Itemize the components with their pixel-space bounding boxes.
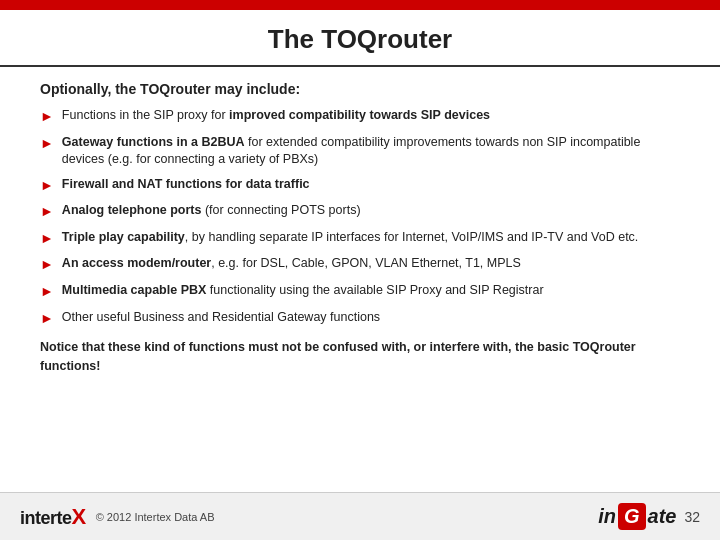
bullet-arrow: ►: [40, 255, 54, 275]
list-item: ► Other useful Business and Residential …: [40, 309, 680, 329]
top-red-bar: [0, 0, 720, 10]
main-content: Optionally, the TOQrouter may include: ►…: [0, 67, 720, 386]
bullet-arrow: ►: [40, 176, 54, 196]
bullet-text: Multimedia capable PBX functionality usi…: [62, 282, 680, 300]
list-item: ► Firewall and NAT functions for data tr…: [40, 176, 680, 196]
ingate-ate: ate: [648, 505, 677, 528]
intertex-text: interte: [20, 508, 72, 528]
bullet-text: Other useful Business and Residential Ga…: [62, 309, 680, 327]
ingate-g: G: [618, 503, 646, 530]
intertex-logo: interteX: [20, 504, 86, 530]
list-item: ► Analog telephone ports (for connecting…: [40, 202, 680, 222]
footer-right: inGate 32: [598, 503, 700, 530]
bullet-arrow: ►: [40, 107, 54, 127]
ingate-logo: inGate: [598, 503, 676, 530]
footer-left: interteX © 2012 Intertex Data AB: [20, 504, 215, 530]
ingate-in: in: [598, 505, 616, 528]
bullet-text: Gateway functions in a B2BUA for extende…: [62, 134, 680, 169]
list-item: ► Multimedia capable PBX functionality u…: [40, 282, 680, 302]
bullet-text: Triple play capability, by handling sepa…: [62, 229, 680, 247]
intertex-x: X: [72, 504, 86, 529]
list-item: ► Gateway functions in a B2BUA for exten…: [40, 134, 680, 169]
bullet-arrow: ►: [40, 134, 54, 154]
list-item: ► An access modem/router, e.g. for DSL, …: [40, 255, 680, 275]
bullet-arrow: ►: [40, 309, 54, 329]
bullet-arrow: ►: [40, 282, 54, 302]
title-section: The TOQrouter: [0, 10, 720, 67]
bullet-list: ► Functions in the SIP proxy for improve…: [40, 107, 680, 328]
page-title: The TOQrouter: [40, 24, 680, 55]
notice-text: Notice that these kind of functions must…: [40, 338, 680, 376]
footer: interteX © 2012 Intertex Data AB inGate …: [0, 492, 720, 540]
copyright-text: © 2012 Intertex Data AB: [96, 511, 215, 523]
list-item: ► Functions in the SIP proxy for improve…: [40, 107, 680, 127]
list-item: ► Triple play capability, by handling se…: [40, 229, 680, 249]
page-number: 32: [684, 509, 700, 525]
bullet-arrow: ►: [40, 202, 54, 222]
bullet-text: Functions in the SIP proxy for improved …: [62, 107, 680, 125]
subtitle: Optionally, the TOQrouter may include:: [40, 81, 680, 97]
bullet-text: An access modem/router, e.g. for DSL, Ca…: [62, 255, 680, 273]
bullet-text: Firewall and NAT functions for data traf…: [62, 176, 680, 194]
bullet-text: Analog telephone ports (for connecting P…: [62, 202, 680, 220]
bullet-arrow: ►: [40, 229, 54, 249]
